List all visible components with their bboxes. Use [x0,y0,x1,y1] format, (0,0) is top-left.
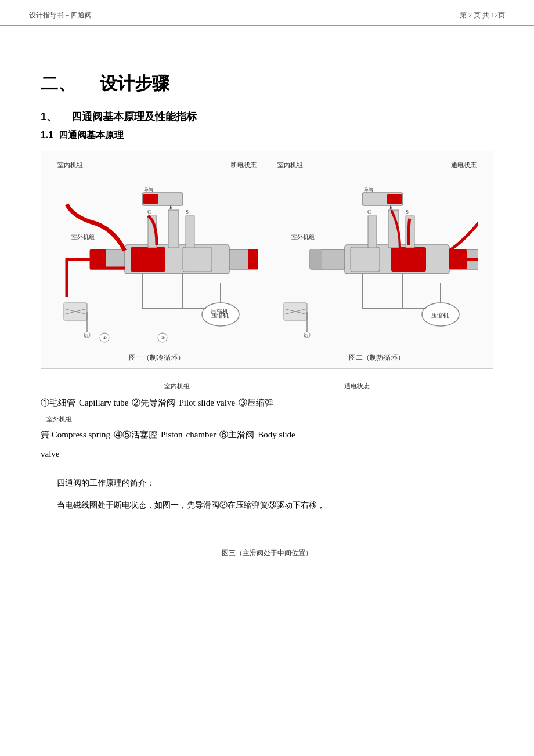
svg-rect-40 [351,247,380,272]
fig1-state-label: 断电状态 [231,161,257,169]
svg-text:S: S [406,209,409,215]
fig2-indoor-label: 室内机组 [277,161,303,169]
body-section: 四通阀的工作原理的简介： 当电磁线圈处于断电状态，如图一，先导滑阀②在压缩弹簧③… [41,475,493,513]
part1-label: ①毛细管 [41,393,75,413]
fig1-indoor-label: 室内机组 [57,161,83,169]
part3-label: ③压缩弹 [239,393,273,413]
svg-rect-5 [248,249,258,269]
diagram-fig1: 室内机组 断电状态 室外机组 [52,161,263,363]
fig2-header: 室内机组 通电状态 [272,161,483,169]
diagram-container: 室内机组 断电状态 室外机组 [41,151,493,369]
svg-text:①: ① [103,335,107,341]
svg-text:C: C [147,209,151,215]
annotation-indoor-label: 室内机组 [164,379,190,392]
fig2-svg: 室外机组 [275,169,478,349]
part6-en1: Body slide [258,425,295,444]
svg-text:室外机组: 室外机组 [71,234,95,240]
part3-spring-en: 簧 Compress spring [41,425,110,444]
part45-en1: Piston [161,425,183,444]
svg-text:②: ② [161,335,165,341]
svg-rect-9 [186,216,194,248]
svg-text:导阀: 导阀 [144,187,153,193]
parts-line-2: 簧 Compress spring ④⑤活塞腔 Piston chamber ⑥… [41,425,493,444]
svg-rect-43 [368,216,377,248]
svg-text:S: S [186,209,189,215]
fig1-svg: 室外机组 [55,169,258,349]
svg-text:压缩机: 压缩机 [211,312,229,319]
svg-text:压缩机: 压缩机 [431,312,449,319]
header-right: 第 2 页 共 12页 [460,10,505,20]
annotation-top-row: 室内机组 通电状态 [41,379,493,392]
svg-text:①: ① [304,334,308,338]
fig2-caption: 图二（制热循环） [349,353,405,363]
fig2-svg-wrapper: 室外机组 [272,169,483,349]
part45-en2: chamber [186,425,217,444]
svg-rect-8 [168,210,179,248]
header-left: 设计指导书－四通阀 [29,10,92,20]
part6-label: ⑥主滑阀 [219,425,254,444]
page-header: 设计指导书－四通阀 第 2 页 共 12页 [0,0,534,26]
part6-en2: valve [41,444,59,464]
svg-rect-15 [143,194,158,204]
fig1-svg-wrapper: 室外机组 [52,169,263,349]
svg-rect-36 [310,249,322,269]
svg-text:导阀: 导阀 [364,187,373,193]
parts-line-3: valve [41,444,493,464]
diagram-fig2: 室内机组 通电状态 室外机组 [272,161,483,363]
subsection-title: 1、 四通阀基本原理及性能指标 [41,110,493,124]
fig1-header: 室内机组 断电状态 [52,161,263,169]
footer-caption: 图三（主滑阀处于中间位置） [41,548,493,558]
parts-description: 室内机组 通电状态 ①毛细管 Capillary tube ②先导滑阀 Pilo… [41,379,493,464]
intro-label: 四通阀的工作原理的简介： [41,475,493,491]
svg-rect-7 [183,247,212,272]
part2-en: Pilot slide valve [179,393,235,413]
part45-label: ④⑤活塞腔 [114,425,157,444]
fig1-caption: 图一（制冷循环） [129,353,185,363]
parts-line-1: ①毛细管 Capillary tube ②先导滑阀 Pilot slide va… [41,393,493,413]
svg-rect-6 [131,247,165,272]
page-content: 二、 设计步骤 1、 四通阀基本原理及性能指标 1.1 四通阀基本原理 室内机组… [0,26,534,576]
svg-rect-3 [90,249,106,269]
svg-rect-48 [387,194,402,204]
svg-rect-39 [391,247,426,272]
intro-text: 当电磁线圈处于断电状态，如图一，先导滑阀②在压缩弹簧③驱动下右移， [41,497,493,513]
section-title: 二、 设计步骤 [41,72,493,96]
annotation-state-label: 通电状态 [344,379,370,392]
fig2-state-label: 通电状态 [451,161,477,169]
annotation-outdoor-label: 室外机组 [46,413,493,425]
part2-label: ②先导滑阀 [132,393,175,413]
part1-en: Capillary tube [79,393,128,413]
svg-text:①: ① [84,334,88,338]
svg-text:C: C [367,209,371,215]
svg-text:室外机组: 室外机组 [291,234,315,240]
page: 设计指导书－四通阀 第 2 页 共 12页 二、 设计步骤 1、 四通阀基本原理… [0,0,534,756]
subsubsection-title: 1.1 四通阀基本原理 [41,129,493,142]
